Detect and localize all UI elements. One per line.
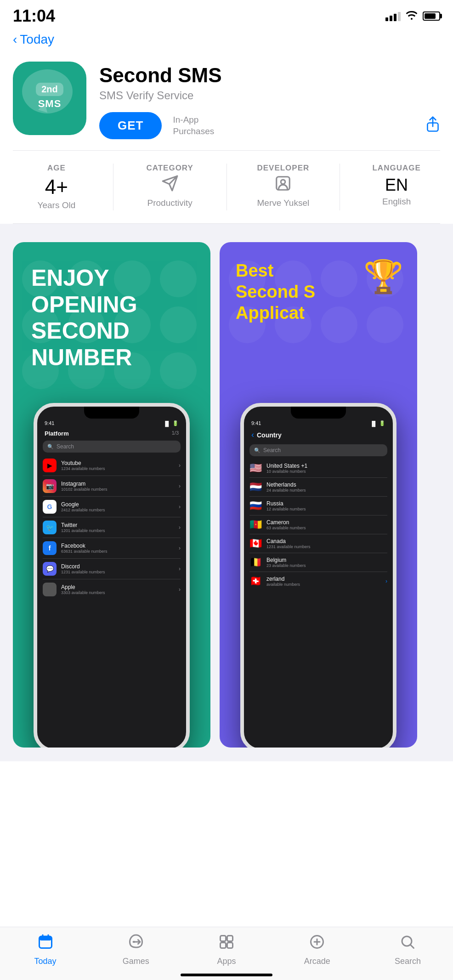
ss2-country-be-info: Belgium 23 available numbers [266,557,387,568]
in-app-purchases-label: In-AppPurchases [173,114,214,137]
youtube-icon: ▶ [43,459,57,472]
meta-developer[interactable]: DEVELOPER Merve Yuksel [227,164,340,210]
meta-category[interactable]: CATEGORY Productivity [113,164,227,210]
us-flag-icon: 🇺🇸 [249,462,262,474]
screenshots-scroll[interactable]: ENJOY OPENING SECOND NUMBER 9:41 ▐▌ 🔋 [0,233,453,761]
ss2-title: BestSecond SApplicat [236,261,315,323]
meta-category-label: CATEGORY [123,164,217,173]
ss2-country-list: 🇺🇸 United States +1 10 available numbers… [244,459,393,590]
svg-point-24 [367,306,403,343]
meta-language-value: EN [349,176,444,195]
meta-language[interactable]: LANGUAGE EN English [340,164,453,210]
ss2-country-cm-name: Cameron [266,519,387,526]
ss1-app-twitter-count: 1201 available numbers [61,528,179,533]
ss1-notch [84,407,139,419]
ss2-country-ch: 🇨🇭 zerland available numbers › [249,572,387,590]
share-button[interactable] [425,116,440,136]
facebook-icon: f [43,541,57,555]
ss2-country-nl-name: Netherlands [266,482,387,488]
ss1-app-discord-name: Discord [61,563,179,570]
ss2-country-us-info: United States +1 10 available numbers [266,463,387,474]
app-info: Second SMS SMS Verify Service GET In-App… [99,62,440,139]
ss1-app-google-name: Google [61,501,179,508]
nl-flag-icon: 🇳🇱 [249,481,262,493]
meta-language-sub: English [349,197,444,207]
chevron-right-icon-4: › [179,524,181,531]
ss2-country-ca-name: Canada [266,538,387,544]
ss1-app-twitter: 🐦 Twitter 1201 available numbers › [43,517,181,538]
search-icon [399,934,416,954]
tab-search[interactable]: Search [362,934,453,966]
ss1-app-facebook: f Facebook 63631 available numbers › [43,538,181,559]
ss2-country-ch-name: zerland [266,576,385,582]
ss1-app-facebook-count: 63631 available numbers [61,549,179,554]
ss1-app-youtube: ▶ Youtube 1234 available numbers › [43,455,181,476]
chevron-right-icon: › [179,462,181,469]
ss1-app-instagram-name: Instagram [61,481,179,487]
instagram-icon: 📷 [43,479,57,493]
ss1-app-instagram-info: Instagram 10102 available numbers [61,481,179,492]
svg-point-4 [281,180,286,184]
meta-developer-label: DEVELOPER [236,164,331,173]
chevron-right-icon-6: › [179,566,181,572]
svg-rect-32 [221,943,226,948]
app-header: 2nd SMS Second SMS SMS Verify Service GE… [0,52,453,150]
ss1-app-youtube-count: 1234 available numbers [61,466,179,471]
meta-info: AGE 4+ Years Old CATEGORY Productivity D… [0,151,453,223]
back-label: Today [20,32,54,47]
tab-games[interactable]: Games [91,934,181,966]
status-icons [385,10,440,23]
ss1-inner-status: 9:41 ▐▌ 🔋 [37,419,186,428]
ss1-app-discord-count: 1231 available numbers [61,570,179,574]
ss2-country-be-count: 23 available numbers [266,563,387,568]
svg-rect-26 [39,936,51,940]
tab-apps[interactable]: Apps [181,934,272,966]
ss1-search-bar: 🔍 Search [43,441,181,453]
screenshots-section: ENJOY OPENING SECOND NUMBER 9:41 ▐▌ 🔋 [0,224,453,761]
meta-language-label: LANGUAGE [349,164,444,173]
meta-age-sub: Years Old [9,200,104,210]
more-chevron-icon: › [385,578,387,584]
ss2-country-ru: 🇷🇺 Russia 12 available numbers [249,497,387,515]
svg-rect-33 [227,943,233,948]
wreath-icon: 🏆 [363,261,403,293]
ss1-app-instagram: 📷 Instagram 10102 available numbers › [43,476,181,497]
ss1-inner-top: Platform 1/3 [37,428,186,438]
ss2-country-be-name: Belgium [266,557,387,563]
tab-today[interactable]: Today [0,934,91,966]
ru-flag-icon: 🇷🇺 [249,500,262,512]
ss2-country-ca: 🇨🇦 Canada 1231 available numbers [249,534,387,553]
ss1-app-youtube-name: Youtube [61,460,179,466]
tab-bar: Today Games Apps [0,927,453,980]
chevron-right-icon-3: › [179,504,181,510]
tab-arcade[interactable]: Arcade [272,934,362,966]
meta-age: AGE 4+ Years Old [0,164,113,210]
ss2-country-nl: 🇳🇱 Netherlands 24 available numbers [249,478,387,497]
ss2-phone-nav: ‹ Country [244,428,393,442]
meta-age-value: 4+ [9,176,104,198]
svg-point-23 [321,306,357,343]
svg-point-19 [321,261,357,297]
arcade-icon [309,934,325,954]
ss1-app-apple-info: Apple 3303 available numbers [61,584,179,595]
app-name: Second SMS [99,64,440,86]
chevron-right-icon-2: › [179,483,181,489]
tab-today-label: Today [34,957,57,966]
ca-flag-icon: 🇨🇦 [249,538,262,549]
get-button[interactable]: GET [99,112,162,139]
ss2-country-us-count: 10 available numbers [266,469,387,474]
ss1-app-list: ▶ Youtube 1234 available numbers › 📷 Ins… [37,455,186,600]
meta-developer-value: Merve Yuksel [236,198,331,208]
share-icon [425,116,440,132]
apple-icon [43,583,57,596]
ss2-country-ch-info: zerland available numbers [266,576,385,587]
battery-icon [423,11,440,21]
ss1-app-apple-count: 3303 available numbers [61,590,179,595]
tab-apps-label: Apps [217,957,236,966]
productivity-icon [123,175,217,196]
ss1-app-google: G Google 2412 available numbers › [43,497,181,517]
back-button[interactable]: ‹ Today [13,32,440,47]
meta-category-value: Productivity [123,198,217,208]
home-indicator [181,974,272,976]
ss1-page-indicator: 1/3 [172,430,179,437]
